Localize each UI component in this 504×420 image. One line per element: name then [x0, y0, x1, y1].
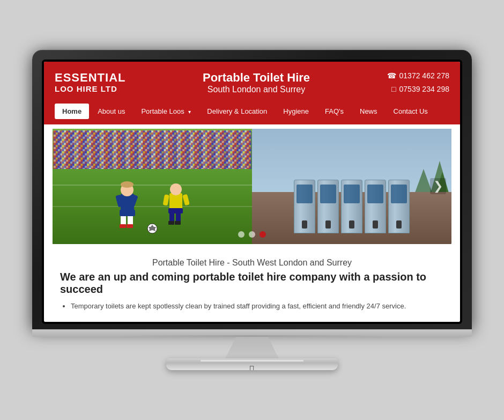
content-title: Portable Toilet Hire - South West London…: [60, 258, 444, 268]
image-slider: ❯: [53, 129, 451, 244]
slider-arrow-right[interactable]: ❯: [430, 178, 446, 194]
site-content: Portable Toilet Hire - South West London…: [44, 248, 460, 322]
svg-rect-9: [54, 130, 251, 169]
svg-rect-19: [120, 224, 126, 228]
mobile-icon: □: [391, 83, 396, 96]
site-header: ESSENTIAL LOO HIRE LTD Portable Toilet H…: [44, 62, 460, 104]
nav-item-hygiene[interactable]: Hygiene: [276, 104, 316, 119]
toilet-unit-1: [294, 180, 315, 233]
svg-rect-20: [127, 224, 133, 228]
nav-bar: Home About us Portable Loos ▾ Delivery &…: [55, 104, 449, 119]
svg-rect-23: [169, 193, 182, 210]
slide-composite: [53, 129, 451, 244]
toilet-unit-5: [388, 180, 410, 233]
content-list-item-1: Temporary toilets are kept spotlessly cl…: [71, 301, 444, 312]
monitor-stand-base: : [166, 358, 338, 370]
nav-item-about[interactable]: About us: [90, 104, 132, 119]
monitor-stand-neck: [225, 337, 279, 358]
nav-item-delivery[interactable]: Delivery & Location: [199, 104, 275, 119]
svg-rect-18: [120, 210, 135, 216]
nav-item-news[interactable]: News: [352, 104, 385, 119]
svg-rect-30: [162, 194, 169, 205]
monitor-screen: ESSENTIAL LOO HIRE LTD Portable Toilet H…: [44, 62, 460, 322]
slider-dot-1[interactable]: [238, 231, 244, 238]
svg-rect-28: [168, 221, 174, 225]
toilet-unit-4: [365, 180, 386, 233]
header-contact: ☎ 01372 462 278 □ 07539 234 298: [387, 69, 449, 96]
svg-rect-10: [54, 130, 251, 169]
slider-dots: [238, 231, 266, 238]
player2-svg: [162, 181, 189, 229]
crowd-svg: [54, 130, 251, 169]
header-main-title: Portable Toilet Hire: [203, 71, 310, 85]
toilet-unit-3: [341, 180, 362, 233]
site-nav: Home About us Portable Loos ▾ Delivery &…: [44, 104, 460, 124]
slider-dot-3[interactable]: [260, 231, 266, 238]
nav-item-contact[interactable]: Contact Us: [386, 104, 435, 119]
toilet-row: [257, 180, 446, 233]
svg-point-15: [121, 181, 134, 188]
content-list: Temporary toilets are kept spotlessly cl…: [60, 301, 444, 312]
slide-toilets: [252, 129, 451, 244]
logo-line2: LOO HIRE LTD: [55, 85, 125, 94]
svg-rect-31: [182, 194, 189, 206]
svg-rect-29: [175, 221, 181, 225]
logo[interactable]: ESSENTIAL LOO HIRE LTD: [55, 71, 125, 93]
nav-item-portable-loos[interactable]: Portable Loos ▾: [134, 104, 198, 119]
content-headline: We are an up and coming portable toilet …: [60, 271, 444, 296]
slide-football: [53, 129, 252, 244]
svg-point-24: [170, 183, 182, 195]
mobile-line[interactable]: □ 07539 234 298: [387, 83, 449, 96]
monitor-bezel: ESSENTIAL LOO HIRE LTD Portable Toilet H…: [32, 50, 472, 330]
apple-logo: : [166, 363, 338, 370]
monitor-wrapper: ESSENTIAL LOO HIRE LTD Portable Toilet H…: [32, 50, 472, 371]
dropdown-arrow-icon: ▾: [188, 109, 191, 115]
header-title-block: Portable Toilet Hire South London and Su…: [203, 71, 310, 94]
header-sub-title: South London and Surrey: [203, 85, 310, 94]
svg-rect-27: [168, 208, 183, 213]
monitor-bottom-bar: [32, 329, 472, 337]
phone-number: 01372 462 278: [399, 69, 449, 83]
nav-item-home[interactable]: Home: [55, 104, 89, 119]
football-svg: [147, 223, 158, 234]
logo-line1: ESSENTIAL: [55, 71, 125, 84]
player1-svg: [113, 180, 142, 231]
nav-item-faqs[interactable]: FAQ's: [317, 104, 351, 119]
toilet-unit-2: [317, 180, 339, 233]
phone-icon: ☎: [387, 69, 396, 83]
screen-border: ESSENTIAL LOO HIRE LTD Portable Toilet H…: [42, 60, 462, 325]
mobile-number: 07539 234 298: [399, 83, 449, 96]
slider-dot-2[interactable]: [249, 231, 255, 238]
phone-line[interactable]: ☎ 01372 462 278: [387, 69, 449, 83]
